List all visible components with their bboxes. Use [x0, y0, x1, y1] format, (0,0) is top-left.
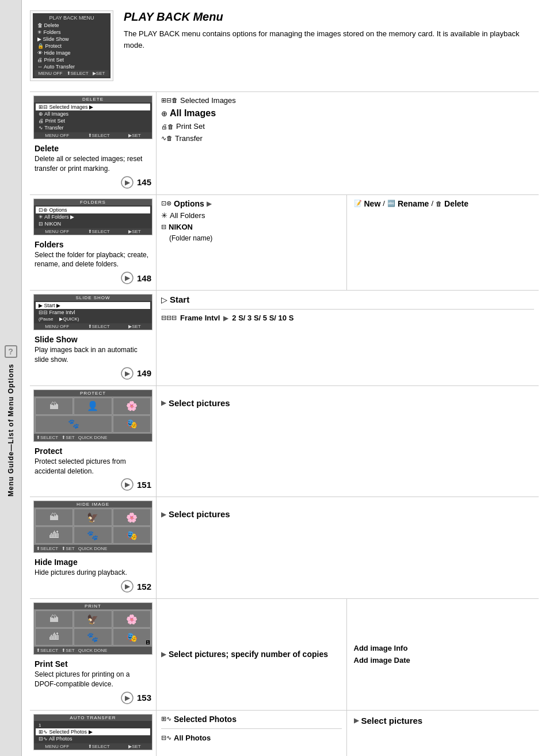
folders-opt-foldername-label: (Folder name): [161, 234, 212, 242]
protect-screenshot: PROTECT 🏔 👤 🌸 🐾 🎭 ⬆SELECT⬆SETQUICK DONE: [33, 390, 152, 442]
row-printset: PRINT 🏔 🦅 🌸 🏙 🐾 🎭1 ⬆SELECT⬆SETQUICK DONE…: [30, 598, 539, 710]
delete-ss-transfer: ∿ Transfer: [36, 124, 150, 131]
hideimage-description: Hide pictures during playback.: [30, 568, 156, 578]
slideshow-description: Play images back in an automatic slide s…: [30, 345, 156, 365]
delete-page-ref: ▶ 145: [30, 174, 156, 191]
ss-menu-item-autotransfer: ↔ Auto Transfer: [35, 63, 109, 70]
delete-label: Delete: [30, 142, 156, 154]
folders-ss-bottom: MENU OFF⬆SELECT▶SET: [34, 228, 152, 235]
slideshow-opt-start: ▷ Start: [161, 294, 534, 305]
printset-page-num: 153: [137, 693, 151, 702]
row-slideshow-left: SLIDE SHOW ▶ Start ▶ ⊟⊟ Frame Intvl (Pau…: [30, 291, 157, 385]
autotransfer-screenshot: AUTO TRANSFER 1 ⊞∿ Selected Photos ▶ ⊟∿ …: [33, 714, 152, 750]
delete-opt-selected: ⊞⊟🗑 Selected Images: [161, 96, 534, 105]
hideimage-label: Hide Image: [30, 555, 156, 568]
delete-opt-printset: 🖨🗑 Print Set: [161, 121, 534, 131]
delete-opt-transfer-label: Transfer: [175, 134, 203, 143]
menu-ss-title: PLAY BACK MENU: [35, 15, 109, 21]
printset-opt-addinfo: Add image Info: [354, 643, 535, 653]
help-icon: ?: [5, 345, 17, 358]
hideimage-thumb4: 🏙: [35, 526, 73, 544]
ss-bottom-menu: MENU OFF: [39, 71, 63, 76]
slideshow-start-label: Start: [170, 295, 189, 304]
delete-page-num: 145: [137, 177, 151, 187]
folders-opt-options: ⊡⊛ Options ▶: [161, 198, 342, 209]
folders-ss-nikon: ⊟ NIKON: [36, 220, 150, 227]
hideimage-thumb1: 🏔: [35, 509, 73, 526]
row-hideimage-right: ▶ Select pictures: [157, 497, 539, 598]
hideimage-screenshot: HIDE IMAGE 🏔 🦅 🌸 🏙 🐾 🎭 ⬆SELECT⬆SETQUICK …: [33, 501, 152, 553]
printset-select-label: Select pictures; specify number of copie…: [169, 650, 328, 659]
slideshow-frame-values: 2 S/ 3 S/ 5 S/ 10 S: [232, 314, 293, 322]
printset-label: Print Set: [30, 657, 156, 670]
folders-page-ref: ▶ 148: [30, 269, 156, 287]
folders-opt-allfolders: ✳ All Folders: [161, 211, 342, 220]
protect-thumb5: 🎭: [113, 415, 151, 433]
hideimage-select-pictures: Select pictures: [169, 509, 230, 519]
title-text-block: PLAY BACK Menu The PLAY BACK menu contai…: [124, 10, 539, 51]
autotransfer-select-pictures: Select pictures: [361, 716, 423, 726]
ss-menu-item-folders: ✳ Folders: [35, 29, 109, 36]
printset-description: Select pictures for printing on a DPOF-c…: [30, 670, 156, 689]
printset-bottom: ⬆SELECT⬆SETQUICK DONE: [34, 647, 152, 654]
folders-opt-nikon-label: NIKON: [169, 223, 193, 231]
protect-thumb3: 🌸: [113, 398, 151, 415]
delete-ss-selected-images: ⊞⊟ Selected Images ▶: [36, 104, 150, 110]
row-autotransfer-left: AUTO TRANSFER 1 ⊞∿ Selected Photos ▶ ⊟∿ …: [30, 711, 157, 756]
hideimage-ss-title: HIDE IMAGE: [34, 501, 152, 507]
row-autotransfer-right: ⊞∿ Selected Photos ⊟∿ All Photos ▶ Selec…: [157, 711, 539, 756]
slideshow-page-num: 149: [137, 368, 151, 378]
folders-opt-options-label: Options: [174, 199, 204, 208]
delete-opt-printset-label: Print Set: [176, 122, 205, 131]
printset-adddate-label: Add image Date: [354, 656, 410, 665]
protect-thumb2: 👤: [74, 398, 112, 415]
ss-menu-item-printset: 🖨 Print Set: [35, 56, 109, 63]
printset-thumb4: 🏙: [35, 628, 73, 646]
slideshow-ss-frame: ⊟⊟ Frame Intvl: [36, 309, 150, 316]
hideimage-page-icon: ▶: [121, 580, 134, 593]
ss-menu-item-delete: 🗑 Delete: [35, 22, 109, 29]
delete-ss-bottom: MENU OFF⬆SELECT▶SET: [34, 132, 152, 139]
protect-arrow: ▶: [161, 399, 166, 407]
hideimage-page-num: 152: [137, 582, 151, 591]
svg-text:▶: ▶: [125, 583, 131, 590]
delete-opt-transfer: ∿🗑 Transfer: [161, 133, 534, 143]
printset-thumb1: 🏔: [35, 610, 73, 628]
row-hideimage: HIDE IMAGE 🏔 🦅 🌸 🏙 🐾 🎭 ⬆SELECT⬆SETQUICK …: [30, 497, 539, 598]
protect-ss-title: PROTECT: [34, 390, 152, 396]
printset-thumb5: 🐾: [74, 628, 112, 646]
hideimage-thumb5: 🐾: [74, 526, 112, 544]
protect-page-ref: ▶ 151: [30, 476, 156, 493]
folders-ss-title: FOLDERS: [34, 199, 152, 205]
svg-text:▶: ▶: [125, 179, 131, 186]
protect-thumb1: 🏔: [35, 398, 73, 415]
delete-ss-print-set: 🖨 Print Set: [36, 117, 150, 124]
slideshow-ss-start: ▶ Start ▶: [36, 302, 150, 309]
protect-label: Protect: [30, 444, 156, 457]
folders-slash1: /: [383, 199, 385, 208]
slideshow-page-ref: ▶ 149: [30, 365, 156, 382]
row-hideimage-left: HIDE IMAGE 🏔 🦅 🌸 🏙 🐾 🎭 ⬆SELECT⬆SETQUICK …: [30, 497, 157, 598]
svg-text:▶: ▶: [125, 481, 131, 488]
autotransfer-opt-selected: ⊞∿ Selected Photos: [161, 714, 342, 724]
hideimage-page-ref: ▶ 152: [30, 578, 156, 595]
autotransfer-allphotos-label: All Photos: [174, 734, 211, 742]
printset-opt-adddate: Add image Date: [354, 655, 535, 665]
folders-slash2: /: [431, 199, 433, 208]
printset-arrow: ▶: [161, 650, 166, 658]
folders-opt-foldername: (Folder name): [161, 234, 342, 243]
protect-thumb4: 🐾: [35, 415, 112, 433]
menu-screenshot: PLAY BACK MENU 🗑 Delete ✳ Folders ▶ Slid…: [30, 10, 113, 81]
slideshow-ss-title: SLIDE SHOW: [34, 295, 152, 301]
folders-opt-allfolders-label: All Folders: [170, 211, 205, 220]
slideshow-ss-pause: (Pause ▶QUICK): [36, 316, 150, 322]
delete-screenshot: DELETE ⊞⊟ Selected Images ▶ ⊕ All Images…: [33, 96, 152, 139]
hideimage-bottom: ⬆SELECT⬆SETQUICK DONE: [34, 545, 152, 552]
row-autotransfer: AUTO TRANSFER 1 ⊞∿ Selected Photos ▶ ⊟∿ …: [30, 710, 539, 756]
ss-bottom-select: ⬆SELECT: [67, 71, 89, 76]
protect-page-num: 151: [137, 480, 151, 490]
row-slideshow-right: ▷ Start ⊟⊟⊟ Frame Intvl ▶ 2 S/ 3 S/ 5 S/…: [157, 291, 539, 385]
row-folders-left: FOLDERS ⊡⊛ Options ✳ All Folders ▶ ⊟ NIK…: [30, 195, 157, 291]
row-protect-right: ▶ Select pictures: [157, 386, 539, 497]
folders-rename-label: Rename: [398, 199, 429, 208]
